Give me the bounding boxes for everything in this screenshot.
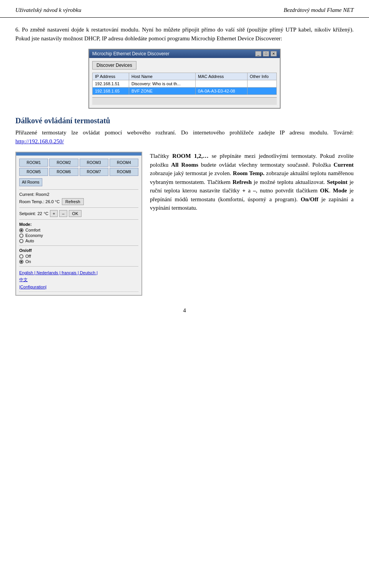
lang-deutsch[interactable]: Deutsch	[80, 270, 95, 275]
current-bold: Current	[334, 162, 354, 168]
page-number: 4	[15, 307, 354, 314]
room1-btn[interactable]: ROOM1	[19, 159, 48, 167]
divider2	[19, 207, 138, 208]
mode-economy-row[interactable]: Economy	[19, 233, 138, 238]
header-right: Bezdrátový modul Flame NET	[284, 7, 354, 13]
cell-host-selected: BVF ZONE	[129, 88, 195, 95]
refresh-button[interactable]: Refresh	[62, 198, 84, 205]
web-ui-screenshot: ROOM1 ROOM2 ROOM3 ROOM4 ROOM5 ROOM6 ROOM…	[15, 152, 142, 296]
mode-comfort-row[interactable]: Comfort	[19, 228, 138, 232]
plus-bold: +	[242, 187, 246, 194]
discoverer-footer	[92, 97, 277, 105]
comfort-radio[interactable]	[19, 228, 23, 232]
ok-button[interactable]: OK	[69, 210, 82, 217]
minus-bold: –	[253, 187, 256, 194]
mode-label: Mode:	[19, 222, 138, 227]
room2-btn[interactable]: ROOM2	[49, 159, 78, 167]
cell-ip: 192.168.1.51	[93, 80, 129, 88]
cell-host: Discovery: Who is out th...	[129, 80, 195, 88]
cell-info	[247, 80, 276, 88]
table-row[interactable]: 192.168.1.51 Discovery: Who is out th...	[93, 80, 277, 88]
close-btn[interactable]: ✕	[271, 51, 277, 56]
minimize-btn[interactable]: _	[255, 51, 261, 56]
discoverer-table: IP Address Host Name MAC Address Other I…	[92, 73, 277, 95]
on-radio[interactable]	[19, 260, 23, 264]
thermostat-heading: Dálkové ovládání termostatů	[15, 116, 354, 125]
mode-bold: Mode	[333, 187, 347, 194]
lang-chinese[interactable]: 中文	[19, 277, 28, 282]
col-mac: MAC Address	[196, 73, 248, 80]
roomtemp-bold: Room Temp.	[233, 170, 264, 176]
header-left: Uživatelský návod k výrobku	[15, 7, 81, 13]
col-info: Other Info	[247, 73, 276, 80]
col-ip: IP Address	[93, 73, 129, 80]
lang-english[interactable]: English	[19, 270, 33, 275]
minus-button[interactable]: –	[59, 210, 67, 217]
divider1	[19, 189, 138, 190]
cell-mac	[196, 80, 248, 88]
cell-mac-selected: 0A-0A-A3-E0-42-08	[196, 88, 248, 95]
current-label: Current: Room2	[19, 192, 58, 197]
off-label: Off	[25, 254, 31, 258]
page-header: Uživatelský návod k výrobku Bezdrátový m…	[0, 0, 369, 18]
onoff-bold: On/Off	[301, 196, 318, 202]
thermostat-description: Tlačítky ROOM 1,2,… se přepínáte mezi je…	[150, 152, 354, 216]
economy-radio[interactable]	[19, 234, 23, 238]
config-link[interactable]: |Configuration|	[19, 285, 47, 289]
refresh-bold: Refresh	[233, 179, 252, 185]
url-link[interactable]: http://192.168.0.250/	[15, 138, 64, 144]
comfort-label: Comfort	[25, 228, 40, 232]
onoff-on-row[interactable]: On	[19, 259, 138, 264]
onoff-off-row[interactable]: Off	[19, 254, 138, 258]
lang-francais[interactable]: français	[62, 270, 76, 275]
mode-auto-row[interactable]: Auto	[19, 239, 138, 243]
dotted-border	[19, 292, 138, 292]
auto-radio[interactable]	[19, 239, 23, 243]
room3-btn[interactable]: ROOM3	[80, 159, 108, 167]
onoff-section: On/off Off On	[19, 248, 138, 264]
auto-label: Auto	[25, 239, 34, 243]
cell-info-selected	[247, 88, 276, 95]
section6-paragraph: 6. Po změně nastavení dojde k restartová…	[15, 25, 354, 43]
config-row: |Configuration|	[19, 285, 138, 289]
off-radio[interactable]	[19, 254, 23, 258]
table-row-selected[interactable]: 192.168.1.65 BVF ZONE 0A-0A-A3-E0-42-08	[93, 88, 277, 95]
room-temp-label: Room Temp.: 26.0 °C	[19, 199, 60, 204]
room6-btn[interactable]: ROOM6	[49, 168, 78, 176]
allrooms-bold: All Rooms	[171, 162, 198, 168]
all-rooms-btn[interactable]: All Rooms	[19, 178, 42, 186]
discoverer-title: Microchip Ethernet Device Discoverer	[92, 51, 170, 56]
setpoint-label: Setpoint:	[19, 211, 36, 216]
discoverer-body: Discover Devices IP Address Host Name MA…	[89, 58, 280, 108]
room-buttons-grid: ROOM1 ROOM2 ROOM3 ROOM4 ROOM5 ROOM6 ROOM…	[19, 159, 138, 176]
web-interface: ROOM1 ROOM2 ROOM3 ROOM4 ROOM5 ROOM6 ROOM…	[15, 152, 142, 296]
desc-paragraph: Tlačítky ROOM 1,2,… se přepínáte mezi je…	[150, 152, 354, 212]
main-content: 6. Po změně nastavení dojde k restartová…	[0, 25, 369, 329]
col-host: Host Name	[129, 73, 195, 80]
on-label: On	[25, 259, 31, 264]
divider5	[19, 266, 138, 267]
two-col-section: ROOM1 ROOM2 ROOM3 ROOM4 ROOM5 ROOM6 ROOM…	[15, 152, 354, 296]
room7-btn[interactable]: ROOM7	[80, 168, 108, 176]
mode-section: Mode: Comfort Economy Auto	[19, 222, 138, 243]
web-body: ROOM1 ROOM2 ROOM3 ROOM4 ROOM5 ROOM6 ROOM…	[16, 156, 141, 295]
discoverer-titlebar: Microchip Ethernet Device Discoverer _ □…	[89, 50, 280, 58]
language-links: English | Nederlands | français | Deutsc…	[19, 270, 138, 283]
discover-devices-button[interactable]: Discover Devices	[92, 61, 136, 70]
room-temp-row: Room Temp.: 26.0 °C Refresh	[19, 198, 138, 205]
intro-text: Přiřazené termostaty lze ovládat pomocí …	[15, 129, 354, 136]
setpoint-row: Setpoint: 22 °C + – OK	[19, 210, 138, 217]
plus-button[interactable]: +	[50, 210, 58, 217]
lang-nederlands[interactable]: Nederlands	[37, 270, 58, 275]
web-top-bar	[16, 152, 141, 156]
setpoint-unit: °C	[44, 211, 48, 216]
thermostat-intro: Přiřazené termostaty lze ovládat pomocí …	[15, 128, 354, 146]
setpoint-value: 22	[37, 211, 42, 216]
onoff-label: On/off	[19, 248, 138, 253]
room4-btn[interactable]: ROOM4	[110, 159, 138, 167]
divider3	[19, 219, 138, 220]
maximize-btn[interactable]: □	[263, 51, 269, 56]
room5-btn[interactable]: ROOM5	[19, 168, 48, 176]
room8-btn[interactable]: ROOM8	[110, 168, 138, 176]
discoverer-wrapper: Microchip Ethernet Device Discoverer _ □…	[88, 49, 281, 109]
